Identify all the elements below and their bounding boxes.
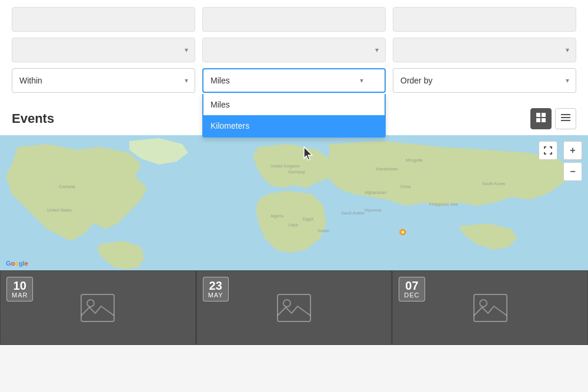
chevron-down-icon-miles: ▾ xyxy=(360,76,363,85)
svg-text:Germany: Germany xyxy=(288,170,305,175)
svg-rect-1 xyxy=(542,113,546,117)
svg-text:Libya: Libya xyxy=(288,223,298,227)
events-title: Events xyxy=(12,111,54,126)
grid-view-icon xyxy=(536,113,546,125)
fullscreen-button[interactable] xyxy=(539,141,557,160)
svg-text:Egypt: Egypt xyxy=(303,217,313,222)
filter-row-3: Within ▾ Miles ▾ Miles Kilometers Order … xyxy=(12,68,576,93)
miles-select-button[interactable]: Miles ▾ xyxy=(202,68,386,93)
event-day-0: 10 xyxy=(12,280,28,292)
svg-text:Canada: Canada xyxy=(59,184,76,189)
svg-rect-30 xyxy=(474,294,507,321)
filter-select-3[interactable] xyxy=(393,38,576,62)
image-placeholder-icon-0 xyxy=(80,293,115,323)
events-grid: 10 MAR 23 MAY 07 DEC xyxy=(0,270,588,345)
svg-text:Saudi Arabia: Saudi Arabia xyxy=(341,211,365,215)
map-zoom-controls: + − xyxy=(563,141,582,181)
svg-text:Algeria: Algeria xyxy=(270,214,283,219)
event-card-2[interactable]: 07 DEC xyxy=(392,270,588,345)
dropdown-item-miles[interactable]: Miles xyxy=(203,94,385,115)
list-view-icon xyxy=(561,113,570,125)
order-wrapper: Order by ▾ xyxy=(393,68,576,93)
miles-selected-label: Miles xyxy=(211,76,230,85)
svg-text:South Korea: South Korea xyxy=(482,182,505,186)
filter-input-1[interactable] xyxy=(12,7,195,32)
svg-text:Philippines Sea: Philippines Sea xyxy=(429,202,457,207)
zoom-in-button[interactable]: + xyxy=(563,141,582,160)
filter-section: ▾ ▾ ▾ Within ▾ Miles ▾ xyxy=(0,0,588,100)
image-placeholder-icon-1 xyxy=(276,293,312,323)
svg-rect-0 xyxy=(536,113,540,117)
within-select[interactable]: Within xyxy=(12,68,195,93)
event-day-2: 07 xyxy=(404,280,419,292)
event-card-0[interactable]: 10 MAR xyxy=(0,270,196,345)
filter-select-1[interactable] xyxy=(12,38,195,62)
event-date-badge-1: 23 MAY xyxy=(203,277,229,301)
svg-rect-4 xyxy=(561,114,570,115)
svg-rect-5 xyxy=(561,117,570,118)
event-day-1: 23 xyxy=(208,280,223,292)
svg-rect-2 xyxy=(536,118,540,122)
event-card-1[interactable]: 23 MAY xyxy=(196,270,392,345)
event-month-0: MAR xyxy=(12,292,28,299)
svg-rect-26 xyxy=(81,294,114,321)
svg-text:Mongolia: Mongolia xyxy=(406,158,423,163)
event-date-badge-2: 07 DEC xyxy=(399,277,425,301)
event-month-2: DEC xyxy=(404,292,419,299)
miles-dropdown-wrapper: Miles ▾ Miles Kilometers xyxy=(202,68,386,93)
view-toggle xyxy=(530,108,576,129)
svg-text:United States: United States xyxy=(47,208,72,212)
filter-select-wrapper-1: ▾ xyxy=(12,38,195,62)
list-view-button[interactable] xyxy=(555,108,576,129)
event-date-badge-0: 10 MAR xyxy=(6,277,33,301)
filter-select-2[interactable] xyxy=(202,38,386,62)
google-logo: Google xyxy=(6,260,28,267)
grid-view-button[interactable] xyxy=(530,108,552,129)
svg-point-25 xyxy=(402,231,404,233)
svg-rect-3 xyxy=(542,118,546,122)
svg-rect-28 xyxy=(278,294,310,321)
svg-text:China: China xyxy=(400,185,410,189)
image-placeholder-icon-2 xyxy=(473,293,508,323)
miles-dropdown-menu: Miles Kilometers xyxy=(202,94,386,138)
svg-point-29 xyxy=(283,300,290,307)
event-month-1: MAY xyxy=(208,292,223,299)
filter-input-2[interactable] xyxy=(202,7,386,32)
zoom-out-button[interactable]: − xyxy=(563,162,582,181)
svg-text:Kazakhstan: Kazakhstan xyxy=(376,167,398,171)
svg-point-27 xyxy=(87,300,94,307)
filter-row-2: ▾ ▾ ▾ xyxy=(12,38,576,62)
filter-select-wrapper-3: ▾ xyxy=(393,38,576,62)
svg-rect-6 xyxy=(561,120,570,121)
filter-input-3[interactable] xyxy=(393,7,576,32)
filter-row-1 xyxy=(12,7,576,32)
within-wrapper: Within ▾ xyxy=(12,68,195,93)
dropdown-item-kilometers[interactable]: Kilometers xyxy=(203,115,385,136)
svg-point-31 xyxy=(480,300,487,307)
svg-text:United Kingdom: United Kingdom xyxy=(270,164,300,169)
svg-text:Afghanistan: Afghanistan xyxy=(365,190,386,195)
svg-text:Sudan: Sudan xyxy=(318,229,329,233)
order-select[interactable]: Order by xyxy=(393,68,576,93)
map-container[interactable]: Canada United States United Kingdom Germ… xyxy=(0,135,588,270)
svg-text:Myanmar: Myanmar xyxy=(365,208,382,213)
filter-select-wrapper-2: ▾ xyxy=(202,38,386,62)
